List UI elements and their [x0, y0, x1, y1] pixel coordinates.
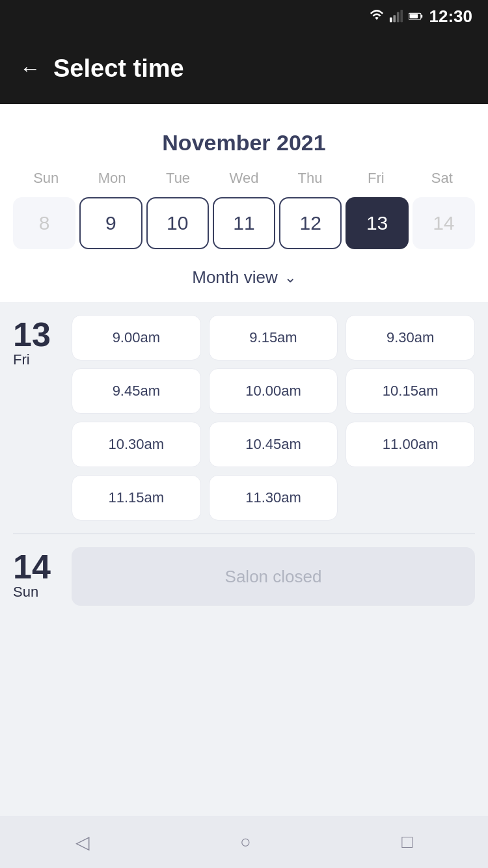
month-view-label: Month view: [192, 267, 278, 288]
day-13-label: 13 Fri: [13, 315, 59, 521]
day-14-label: 14 Sun: [13, 547, 59, 606]
weekday-row: Sun Mon Tue Wed Thu Fri Sat: [13, 166, 475, 191]
bottom-nav: ◁ ○ □: [0, 816, 488, 868]
svg-rect-2: [396, 12, 399, 23]
day-13-block: 13 Fri 9.00am 9.15am 9.30am 9.45am 10.00…: [13, 315, 475, 521]
slot-9-30am[interactable]: 9.30am: [346, 315, 475, 360]
status-bar: 12:30: [0, 0, 488, 33]
weekday-fri: Fri: [343, 166, 409, 191]
status-time: 12:30: [429, 7, 473, 27]
date-12[interactable]: 12: [279, 197, 342, 249]
day-13-time-grid: 9.00am 9.15am 9.30am 9.45am 10.00am 10.1…: [72, 315, 475, 521]
status-icons: [370, 9, 423, 23]
nav-recent-button[interactable]: □: [401, 832, 413, 852]
day-13-name: Fri: [13, 351, 30, 368]
slot-11-30am[interactable]: 11.30am: [209, 475, 338, 521]
wifi-icon: [370, 9, 384, 23]
nav-back-button[interactable]: ◁: [75, 832, 90, 853]
date-8[interactable]: 8: [13, 197, 75, 249]
slot-10-15am[interactable]: 10.15am: [346, 368, 475, 414]
app-header: ← Select time: [0, 33, 488, 104]
date-row: 8 9 10 11 12 13 14: [13, 197, 475, 249]
slot-10-00am[interactable]: 10.00am: [209, 368, 338, 414]
slot-9-45am[interactable]: 9.45am: [72, 368, 201, 414]
day-13-number: 13: [13, 318, 51, 351]
day-14-block: 14 Sun Salon closed: [13, 547, 475, 606]
day-14-number: 14: [13, 550, 51, 584]
signal-icon: [389, 9, 403, 23]
slot-10-45am[interactable]: 10.45am: [209, 422, 338, 467]
weekday-sat: Sat: [409, 166, 475, 191]
svg-rect-6: [409, 14, 418, 18]
month-title: November 2021: [13, 117, 475, 166]
svg-rect-3: [400, 10, 403, 22]
weekday-mon: Mon: [79, 166, 144, 191]
back-button[interactable]: ←: [20, 58, 40, 79]
slot-9-15am[interactable]: 9.15am: [209, 315, 338, 360]
date-13[interactable]: 13: [346, 197, 408, 249]
date-11[interactable]: 11: [213, 197, 275, 249]
date-9[interactable]: 9: [79, 197, 142, 249]
svg-rect-5: [420, 15, 422, 18]
weekday-thu: Thu: [277, 166, 343, 191]
svg-rect-0: [389, 18, 392, 22]
slot-11-00am[interactable]: 11.00am: [346, 422, 475, 467]
slots-section: 13 Fri 9.00am 9.15am 9.30am 9.45am 10.00…: [0, 302, 488, 690]
salon-closed-label: Salon closed: [72, 547, 475, 606]
slot-10-30am[interactable]: 10.30am: [72, 422, 201, 467]
battery-icon: [409, 9, 423, 23]
svg-rect-1: [393, 15, 396, 22]
month-view-toggle[interactable]: Month view ⌄: [13, 256, 475, 302]
date-10[interactable]: 10: [146, 197, 209, 249]
chevron-down-icon: ⌄: [284, 269, 296, 286]
date-14[interactable]: 14: [413, 197, 475, 249]
nav-home-button[interactable]: ○: [240, 832, 251, 852]
slot-11-15am[interactable]: 11.15am: [72, 475, 201, 521]
weekday-wed: Wed: [211, 166, 277, 191]
calendar-section: November 2021 Sun Mon Tue Wed Thu Fri Sa…: [0, 104, 488, 302]
page-title: Select time: [53, 55, 184, 83]
weekday-sun: Sun: [13, 166, 79, 191]
weekday-tue: Tue: [145, 166, 211, 191]
divider: [13, 534, 475, 534]
slot-9-00am[interactable]: 9.00am: [72, 315, 201, 360]
day-14-name: Sun: [13, 584, 38, 601]
